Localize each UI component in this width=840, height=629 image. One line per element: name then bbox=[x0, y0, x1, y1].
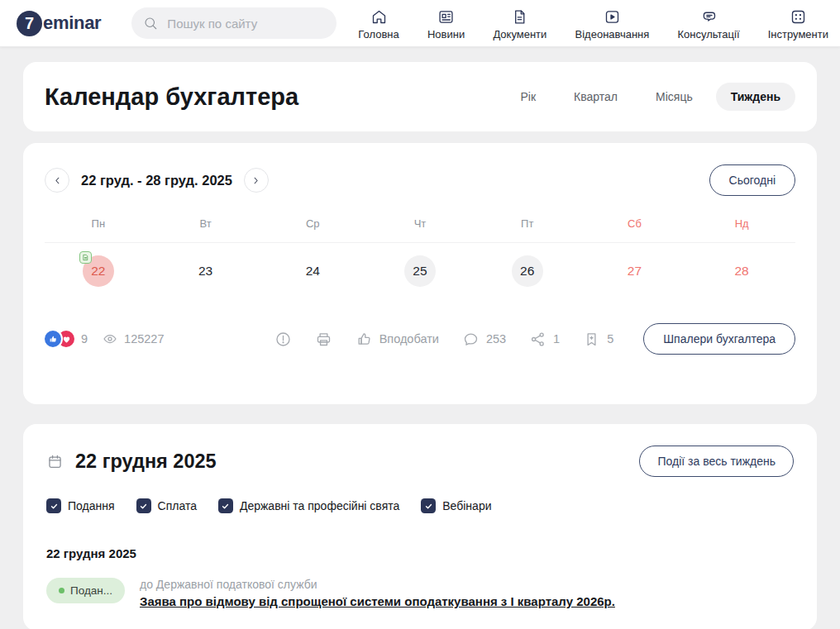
nav-item-1[interactable]: Новини bbox=[427, 6, 465, 41]
event-body: до Державної податкової службиЗаява про … bbox=[140, 578, 615, 609]
day-cell: 23 bbox=[152, 255, 260, 287]
title-card: Календар бухгалтера РікКварталМісяцьТижд… bbox=[23, 62, 817, 131]
page-content: Календар бухгалтера РікКварталМісяцьТижд… bbox=[0, 47, 840, 629]
filter-label: Вебінари bbox=[442, 499, 491, 512]
day-28[interactable]: 28 bbox=[726, 255, 757, 287]
day-cell: 25 bbox=[366, 255, 474, 287]
view-tab-3[interactable]: Тиждень bbox=[716, 83, 795, 111]
consultations-icon bbox=[700, 8, 718, 26]
filter-1[interactable]: Сплата bbox=[136, 498, 197, 513]
nav-item-0[interactable]: Головна bbox=[358, 6, 399, 41]
thumb-up-icon bbox=[48, 334, 59, 345]
search-bar[interactable] bbox=[131, 7, 336, 39]
events-header: 22 грудня 2025 Події за весь тиждень bbox=[46, 446, 794, 477]
view-tab-2[interactable]: Місяць bbox=[641, 83, 708, 111]
reactions-count: 9 bbox=[81, 332, 88, 345]
wallpaper-button[interactable]: Шпалери бухгалтера bbox=[643, 323, 795, 355]
check-icon bbox=[424, 502, 433, 511]
weekday-label: Вт bbox=[152, 217, 260, 230]
checkbox-checked[interactable] bbox=[218, 498, 233, 513]
logo-text: eminar bbox=[43, 12, 101, 34]
weekday-label: Ср bbox=[259, 217, 366, 230]
search-icon bbox=[143, 16, 158, 31]
nav-item-2[interactable]: Документи bbox=[493, 6, 546, 41]
event-type-tag[interactable]: Подан... bbox=[46, 578, 125, 603]
filter-label: Сплата bbox=[158, 499, 197, 512]
today-button[interactable]: Сьогодні bbox=[709, 164, 795, 196]
event-recipient: до Державної податкової служби bbox=[140, 578, 615, 591]
event-title-link[interactable]: Заява про відмову від спрощеної системи … bbox=[140, 594, 615, 608]
day-26[interactable]: 26 bbox=[512, 255, 543, 287]
info-button[interactable] bbox=[274, 331, 292, 348]
chevron-right-icon bbox=[251, 175, 261, 186]
events-date-title: 22 грудня 2025 bbox=[75, 450, 217, 473]
share-icon bbox=[529, 331, 546, 348]
logo[interactable]: 7 eminar bbox=[17, 11, 101, 36]
main-nav: ГоловнаНовиниДокументиВідеонавчанняКонсу… bbox=[358, 6, 828, 41]
print-button[interactable] bbox=[315, 331, 332, 348]
event-filters: ПоданняСплатаДержавні та професійні свят… bbox=[46, 498, 794, 513]
thumb-up-outline-icon bbox=[356, 331, 373, 348]
document-badge-icon bbox=[82, 254, 89, 261]
nav-item-4[interactable]: Консультації bbox=[678, 6, 740, 41]
views-counter: 125227 bbox=[102, 331, 164, 347]
bookmark-plus-icon bbox=[583, 331, 600, 348]
filter-2[interactable]: Державні та професійні свята bbox=[218, 498, 399, 513]
day-23[interactable]: 23 bbox=[190, 255, 222, 287]
weekday-label: Пт bbox=[474, 217, 581, 230]
reactions-summary[interactable]: 9 bbox=[45, 329, 88, 349]
checkbox-checked[interactable] bbox=[136, 498, 151, 513]
document-icon bbox=[511, 8, 528, 26]
week-events-button[interactable]: Події за весь тиждень bbox=[639, 446, 794, 477]
weekday-label: Сб bbox=[581, 217, 689, 230]
calendar-icon bbox=[46, 453, 64, 470]
week-range-label: 22 груд. - 28 груд. 2025 bbox=[81, 173, 232, 188]
search-input[interactable] bbox=[165, 16, 325, 31]
weekday-label: Чт bbox=[366, 217, 474, 230]
prev-week-button[interactable] bbox=[45, 168, 69, 193]
page-title: Календар бухгалтера bbox=[45, 83, 298, 111]
event-badge bbox=[79, 251, 92, 264]
like-button[interactable]: Вподобати bbox=[356, 331, 439, 348]
filter-0[interactable]: Подання bbox=[46, 498, 115, 513]
event-row: Подан...до Державної податкової службиЗа… bbox=[46, 578, 794, 609]
weekday-label: Пн bbox=[45, 217, 152, 230]
checkbox-checked[interactable] bbox=[421, 498, 436, 513]
check-icon bbox=[50, 502, 59, 511]
view-tab-1[interactable]: Квартал bbox=[559, 83, 632, 111]
nav-item-label: Головна bbox=[358, 28, 399, 41]
day-cell: 27 bbox=[581, 255, 689, 287]
eye-icon bbox=[102, 331, 118, 347]
day-cell: 26 bbox=[474, 255, 581, 287]
next-week-button[interactable] bbox=[244, 168, 269, 193]
day-27[interactable]: 27 bbox=[618, 255, 650, 287]
news-icon bbox=[437, 8, 455, 26]
bookmarks-count: 5 bbox=[607, 332, 613, 345]
tag-dot bbox=[59, 588, 64, 593]
top-header: 7 eminar ГоловнаНовиниДокументиВідеонавч… bbox=[0, 0, 840, 47]
bookmark-button[interactable]: 5 bbox=[583, 331, 613, 348]
view-tabs: РікКварталМісяцьТиждень bbox=[506, 83, 795, 111]
checkbox-checked[interactable] bbox=[46, 498, 61, 513]
event-tag-label: Подан... bbox=[70, 584, 112, 597]
info-icon bbox=[274, 331, 292, 348]
logo-circle: 7 bbox=[17, 11, 42, 36]
nav-item-3[interactable]: Відеонавчання bbox=[575, 6, 650, 41]
chevron-left-icon bbox=[52, 175, 63, 186]
check-icon bbox=[221, 502, 230, 511]
day-24[interactable]: 24 bbox=[297, 255, 328, 287]
day-25[interactable]: 25 bbox=[404, 255, 436, 287]
filter-3[interactable]: Вебінари bbox=[421, 498, 491, 513]
day-22[interactable]: 22 bbox=[83, 255, 114, 287]
nav-item-5[interactable]: Інструменти bbox=[768, 6, 828, 41]
thumb-reaction-badge bbox=[43, 329, 63, 349]
weekday-label: Нд bbox=[688, 217, 795, 230]
view-tab-0[interactable]: Рік bbox=[506, 83, 551, 111]
day-cell: 24 bbox=[259, 255, 366, 287]
week-days-row: 22232425262728 bbox=[45, 255, 795, 287]
share-button[interactable]: 1 bbox=[529, 331, 560, 348]
calendar-card: 22 груд. - 28 груд. 2025 Сьогодні ПнВтСр… bbox=[23, 143, 817, 404]
comments-count: 253 bbox=[486, 332, 506, 345]
comments-button[interactable]: 253 bbox=[462, 331, 506, 348]
filter-label: Подання bbox=[68, 499, 115, 512]
